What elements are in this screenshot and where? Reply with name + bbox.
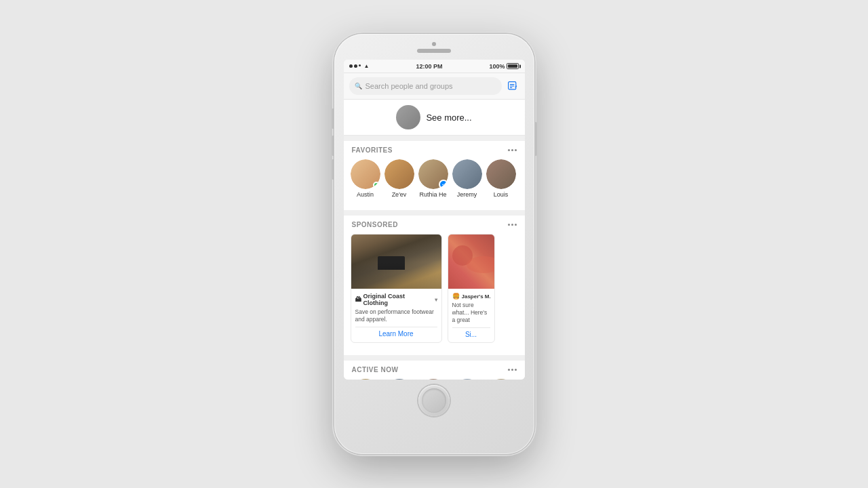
- phone-screen: ▲ 12:00 PM 100% 🔍 Search people and grou…: [344, 60, 525, 380]
- ad-body-jasper: 🍔 Jasper's M... Not sure what... Here's …: [448, 289, 494, 342]
- signal-dots: [349, 64, 361, 68]
- avatar-jeremy: [452, 159, 482, 189]
- signal-dot-2: [354, 64, 357, 68]
- ad-brand-icon-coast: 🏔: [355, 296, 361, 303]
- active-avatar-3: [418, 379, 448, 380]
- signal-dot-1: [349, 64, 353, 68]
- active-avatar-1: [351, 379, 380, 380]
- favorite-jeremy[interactable]: Jeremy: [452, 159, 482, 198]
- section-divider-3: [344, 355, 525, 361]
- signal-dot-3: [359, 64, 361, 66]
- active-user-4[interactable]: [452, 379, 482, 380]
- home-button-inner: [422, 388, 446, 413]
- favorites-header: FAVORITES: [344, 141, 525, 157]
- phone-device: ▲ 12:00 PM 100% 🔍 Search people and grou…: [334, 34, 534, 454]
- favorite-ruthia[interactable]: Ruthia He: [418, 159, 448, 198]
- battery-icon: [507, 63, 519, 69]
- ad-brand-name-coast: Original Coast Clothing: [363, 293, 431, 306]
- active-row: [344, 376, 525, 380]
- status-signal: ▲: [349, 63, 370, 69]
- ad-card-jasper[interactable]: 🍔 Jasper's M... Not sure what... Here's …: [448, 234, 495, 343]
- sponsored-header: SPONSORED: [344, 216, 525, 231]
- ad-desc-coast: Save on performance footwear and apparel…: [355, 308, 437, 323]
- status-right: 100%: [489, 63, 519, 70]
- ad-card-coast[interactable]: 🏔 Original Coast Clothing ▾ Save on perf…: [351, 234, 442, 343]
- ad-brand-name-jasper: Jasper's M...: [462, 293, 490, 300]
- ad-brand-jasper: 🍔 Jasper's M...: [452, 293, 490, 300]
- search-icon: 🔍: [355, 83, 362, 89]
- search-placeholder-text: Search people and groups: [366, 82, 453, 90]
- active-now-section: ACTIVE NOW: [344, 361, 525, 380]
- active-user-2[interactable]: [384, 379, 414, 380]
- compose-icon[interactable]: [506, 79, 519, 93]
- ad-brand-coast: 🏔 Original Coast Clothing ▾: [355, 293, 437, 306]
- active-user-3[interactable]: [418, 379, 448, 380]
- speaker-dot: [432, 42, 436, 46]
- avatar-zeev: [384, 159, 414, 189]
- ad-body-coast: 🏔 Original Coast Clothing ▾ Save on perf…: [351, 289, 441, 342]
- active-user-5[interactable]: [486, 379, 516, 380]
- section-divider-1: [344, 136, 525, 141]
- ad-image-jasper: [448, 235, 494, 289]
- sponsored-more-button[interactable]: [508, 224, 517, 226]
- active-now-header: ACTIVE NOW: [344, 361, 525, 376]
- sponsored-section: SPONSORED: [344, 216, 525, 350]
- wifi-icon: ▲: [364, 63, 370, 69]
- avatar-ruthia: [418, 159, 448, 189]
- active-avatar-4: [452, 379, 482, 380]
- ad-image-coast: [351, 235, 441, 289]
- favorite-zeev[interactable]: Ze'ev: [384, 159, 414, 198]
- status-bar: ▲ 12:00 PM 100%: [344, 60, 525, 73]
- sponsored-cards: 🏔 Original Coast Clothing ▾ Save on perf…: [344, 231, 525, 350]
- see-more-text[interactable]: See more...: [426, 113, 471, 123]
- search-bar-container: 🔍 Search people and groups: [344, 73, 525, 100]
- messenger-badge: [439, 180, 448, 189]
- fav-name-jeremy: Jeremy: [457, 191, 477, 198]
- ad-cta-coast[interactable]: Learn More: [355, 327, 437, 338]
- fav-name-louis: Louis: [494, 191, 509, 198]
- active-user-1[interactable]: [351, 379, 380, 380]
- favorites-section: FAVORITES Austin: [344, 141, 525, 205]
- sponsored-title: SPONSORED: [352, 221, 398, 228]
- favorites-row: Austin Ze'ev: [344, 157, 525, 205]
- active-now-more-button[interactable]: [508, 369, 517, 371]
- favorite-louis[interactable]: Louis: [486, 159, 516, 198]
- fav-name-ruthia: Ruthia He: [419, 191, 446, 198]
- ad-brand-icon-jasper: 🍔: [452, 293, 460, 300]
- favorite-austin[interactable]: Austin: [351, 159, 380, 198]
- avatar-louis: [486, 159, 516, 189]
- favorites-title: FAVORITES: [352, 146, 393, 154]
- active-avatar-5: [486, 379, 516, 380]
- fav-name-zeev: Ze'ev: [392, 191, 407, 198]
- fav-name-austin: Austin: [357, 191, 374, 198]
- avatar-austin: [351, 159, 380, 189]
- battery-fill: [508, 64, 517, 68]
- screen-content: See more... FAVORITES: [344, 100, 525, 380]
- ad-chevron-icon: ▾: [435, 297, 437, 303]
- favorites-more-button[interactable]: [508, 149, 517, 151]
- avatar-partial: [396, 105, 420, 129]
- ad-cta-jasper[interactable]: Si...: [452, 327, 490, 338]
- phone-top-bar: [334, 34, 534, 53]
- speaker-grill: [417, 49, 451, 53]
- svg-rect-0: [508, 82, 515, 89]
- active-now-title: ACTIVE NOW: [352, 366, 399, 373]
- online-indicator: [373, 182, 380, 188]
- search-bar[interactable]: 🔍 Search people and groups: [349, 77, 502, 95]
- ad-desc-jasper: Not sure what... Here's a great: [452, 302, 490, 324]
- active-avatar-2: [384, 379, 414, 380]
- status-time: 12:00 PM: [416, 63, 442, 70]
- see-more-section[interactable]: See more...: [344, 100, 525, 136]
- battery-percent: 100%: [489, 63, 505, 70]
- home-button[interactable]: [418, 385, 450, 416]
- section-divider-2: [344, 210, 525, 216]
